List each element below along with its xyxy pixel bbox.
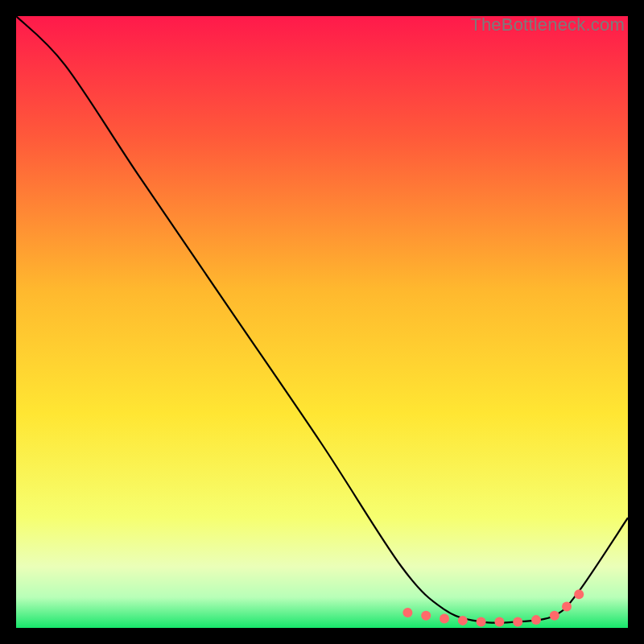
gradient-background bbox=[16, 16, 628, 628]
watermark-text: TheBottleneck.com bbox=[470, 14, 625, 35]
highlight-dot bbox=[421, 611, 431, 621]
highlight-dot bbox=[574, 589, 584, 599]
highlight-dot bbox=[550, 611, 559, 621]
chart-frame: TheBottleneck.com bbox=[16, 16, 628, 628]
highlight-dot bbox=[513, 617, 522, 626]
highlight-dot bbox=[402, 608, 412, 617]
highlight-dot bbox=[531, 615, 541, 625]
highlight-dot bbox=[458, 616, 468, 625]
highlight-dot bbox=[494, 617, 504, 626]
chart-svg bbox=[16, 16, 628, 628]
highlight-dot bbox=[562, 601, 572, 611]
highlight-dot bbox=[440, 614, 449, 624]
highlight-dot bbox=[477, 617, 486, 626]
